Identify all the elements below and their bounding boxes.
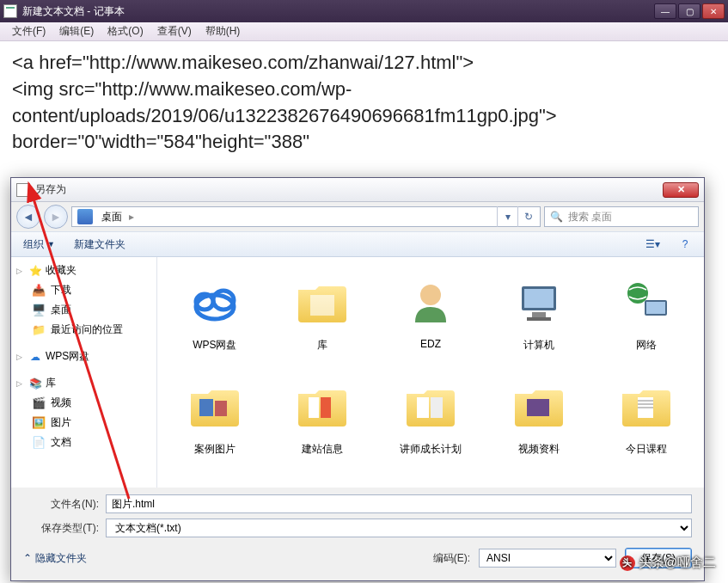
savetype-select[interactable]: 文本文档(*.txt)	[106, 519, 692, 537]
folder-file-icon	[615, 375, 677, 437]
chevron-icon: ▷	[16, 353, 25, 361]
sidebar-item-pictures[interactable]: 🖼️图片	[11, 413, 156, 433]
file-item[interactable]: 计算机	[488, 267, 590, 356]
svg-rect-12	[199, 399, 213, 416]
file-item[interactable]: 今日课程	[596, 371, 697, 460]
breadcrumb-segment[interactable]: 桌面	[96, 207, 127, 226]
svg-rect-8	[527, 317, 551, 321]
menu-file[interactable]: 文件(F)	[5, 22, 52, 40]
desktop-icon: 🖥️	[32, 304, 46, 317]
filename-input[interactable]	[106, 494, 692, 513]
close-button[interactable]: ✕	[702, 3, 725, 19]
dialog-navbar: ◄ ► 桌面 ▸ ▾ ↻ 🔍 搜索 桌面	[11, 202, 704, 231]
video-icon: 🎬	[32, 396, 46, 410]
savetype-label: 保存类型(T):	[23, 521, 99, 536]
svg-rect-16	[417, 397, 429, 418]
dialog-titlebar[interactable]: 另存为 ✕	[11, 178, 704, 202]
dialog-close-button[interactable]: ✕	[663, 182, 699, 198]
user-icon	[400, 271, 462, 333]
svg-rect-11	[646, 302, 665, 314]
new-folder-button[interactable]: 新建文件夹	[70, 236, 129, 254]
sidebar-item-recent[interactable]: 📁最近访问的位置	[11, 320, 156, 340]
file-label: WPS网盘	[193, 338, 236, 353]
library-icon: 📚	[28, 377, 42, 390]
file-item[interactable]: 讲师成长计划	[380, 371, 481, 460]
folder-docs-icon	[291, 375, 353, 437]
maximize-button[interactable]: ▢	[678, 3, 700, 19]
watermark-icon: 头	[620, 555, 635, 571]
chevron-right-icon: ▸	[127, 211, 136, 223]
svg-rect-13	[215, 401, 227, 416]
file-label: 网络	[636, 338, 657, 353]
file-label: 今日课程	[626, 442, 667, 457]
svg-rect-18	[527, 399, 549, 416]
dropdown-icon[interactable]: ▾	[497, 206, 517, 227]
nav-back-button[interactable]: ◄	[16, 205, 40, 229]
file-item[interactable]: 建站信息	[272, 371, 374, 460]
file-item[interactable]: 库	[272, 267, 374, 356]
encoding-select[interactable]: ANSI	[479, 549, 616, 568]
sidebar-favorites[interactable]: ▷ ⭐ 收藏夹	[11, 261, 156, 280]
dialog-title: 另存为	[35, 182, 663, 197]
chevron-up-icon: ⌃	[23, 552, 32, 564]
chevron-down-icon: ▷	[16, 379, 25, 388]
hide-folders-toggle[interactable]: ⌃ 隐藏文件夹	[23, 551, 87, 566]
menu-help[interactable]: 帮助(H)	[199, 22, 248, 40]
sidebar: ▷ ⭐ 收藏夹 📥下载 🖥️桌面 📁最近访问的位置 ▷ ☁ WPS网盘 ▷ �	[11, 257, 157, 488]
download-icon: 📥	[32, 284, 46, 298]
chevron-down-icon: ▼	[47, 240, 55, 249]
help-button[interactable]: ?	[675, 235, 695, 254]
search-input[interactable]: 🔍 搜索 桌面	[544, 206, 699, 227]
file-label: 讲师成长计划	[400, 442, 462, 457]
file-label: 建站信息	[302, 442, 343, 457]
folder-docs2-icon	[400, 375, 462, 437]
folder-pics-icon	[184, 375, 246, 437]
sidebar-item-desktop[interactable]: 🖥️桌面	[11, 300, 156, 320]
folder-lib-icon	[291, 271, 353, 333]
notepad-titlebar[interactable]: 新建文本文档 - 记事本 — ▢ ✕	[0, 0, 728, 22]
encoding-label: 编码(E):	[433, 551, 470, 566]
cloud-icon: ☁	[28, 350, 42, 364]
sidebar-item-downloads[interactable]: 📥下载	[11, 280, 156, 300]
view-options-button[interactable]: ☰▾	[642, 235, 663, 254]
cloud-icon	[184, 271, 246, 333]
sidebar-item-videos[interactable]: 🎬视频	[11, 393, 156, 413]
sidebar-item-documents[interactable]: 📄文档	[11, 433, 156, 452]
svg-point-9	[627, 283, 648, 304]
text-line: <a href="http://www.maikeseo.com/zhanwai…	[12, 50, 716, 77]
nav-forward-button[interactable]: ►	[44, 205, 68, 229]
folder-video-icon	[508, 375, 570, 437]
menu-view[interactable]: 查看(V)	[150, 22, 199, 40]
menu-edit[interactable]: 编辑(E)	[52, 22, 101, 40]
sidebar-wps[interactable]: ▷ ☁ WPS网盘	[11, 347, 156, 366]
search-placeholder: 搜索 桌面	[568, 210, 612, 224]
watermark: 头 头条@哑舍二	[620, 555, 716, 571]
chevron-down-icon: ▷	[16, 267, 25, 275]
file-item[interactable]: 网络	[596, 267, 697, 356]
file-view[interactable]: WPS网盘库EDZ计算机网络 案例图片建站信息讲师成长计划视频资料今日课程	[157, 257, 704, 488]
organize-button[interactable]: 组织 ▼	[20, 236, 58, 254]
file-item[interactable]: EDZ	[380, 267, 481, 356]
menu-format[interactable]: 格式(O)	[101, 22, 150, 40]
file-label: 视频资料	[518, 442, 560, 457]
save-as-dialog: 另存为 ✕ ◄ ► 桌面 ▸ ▾ ↻ 🔍 搜索 桌面 组织 ▼ 新建文件夹 ☰▾…	[10, 177, 705, 581]
text-line: border="0"width="584"height="388"	[12, 129, 716, 156]
text-line: <img src="http://www.maikeseo.com/wp-con…	[12, 77, 716, 130]
minimize-button[interactable]: —	[654, 3, 676, 19]
svg-rect-6	[524, 289, 554, 308]
dialog-footer: ⌃ 隐藏文件夹 编码(E): ANSI 保存(S)	[11, 543, 704, 577]
notepad-textarea[interactable]: <a href="http://www.maikeseo.com/zhanwai…	[0, 41, 728, 164]
computer-icon	[508, 271, 570, 333]
notepad-title: 新建文本文档 - 记事本	[22, 4, 654, 19]
svg-rect-14	[309, 397, 319, 418]
svg-rect-17	[431, 397, 443, 418]
file-item[interactable]: 视频资料	[488, 371, 590, 460]
file-item[interactable]: 案例图片	[164, 371, 266, 460]
notepad-menubar: 文件(F) 编辑(E) 格式(O) 查看(V) 帮助(H)	[0, 22, 728, 41]
sidebar-libraries[interactable]: ▷ 📚 库	[11, 373, 156, 393]
star-icon: ⭐	[28, 264, 42, 278]
refresh-icon[interactable]: ↻	[517, 206, 538, 227]
file-item[interactable]: WPS网盘	[164, 267, 266, 356]
breadcrumb[interactable]: 桌面 ▸ ▾ ↻	[71, 206, 541, 227]
dialog-icon	[16, 183, 30, 197]
